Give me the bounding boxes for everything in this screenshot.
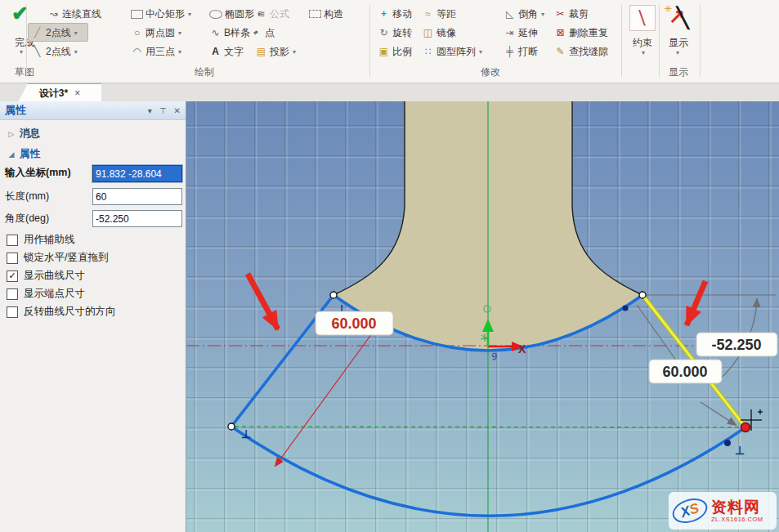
checkbox-lock-hv-drag[interactable]: 锁定水平/竖直拖到 bbox=[0, 251, 186, 265]
collapse-icon[interactable]: ▷ bbox=[7, 130, 16, 138]
tool-2point-circle[interactable]: ○ 两点圆 ▾ bbox=[131, 25, 181, 41]
group-label-modify: 修改 bbox=[441, 65, 539, 79]
dim-label-angle[interactable]: -52.250 bbox=[696, 333, 777, 356]
endpoint-marker[interactable] bbox=[330, 292, 337, 298]
midpoint-marker[interactable] bbox=[724, 440, 731, 446]
tool-scale[interactable]: ▣ 比例 bbox=[378, 43, 412, 60]
caret-icon[interactable]: ▾ bbox=[642, 49, 645, 56]
ribbon-toolbar: ✔ 完成 ▾ 草图 ↝ 连续直线 中心矩形 ▾ 椭圆形 ▾ ≋ 公式 构造 ╱ … bbox=[0, 0, 779, 83]
ellipse-icon bbox=[209, 10, 222, 19]
caret-icon[interactable]: ▾ bbox=[74, 48, 78, 56]
construction-icon bbox=[309, 10, 321, 18]
tool-construction[interactable]: 构造 bbox=[309, 6, 343, 22]
section-messages[interactable]: ▷ 消息 bbox=[0, 127, 186, 141]
document-tab-bar: 设计3* × bbox=[0, 83, 779, 102]
display-button-label[interactable]: 显示 bbox=[662, 34, 695, 51]
expand-icon[interactable]: ◢ bbox=[7, 150, 16, 159]
watermark: XS 资料网 ZL.XS1616.COM bbox=[669, 492, 777, 530]
constraint-button[interactable]: ╲ bbox=[629, 5, 656, 31]
watermark-logo: XS bbox=[669, 494, 710, 527]
endpoint-marker[interactable] bbox=[639, 292, 646, 298]
svg-text:60.000: 60.000 bbox=[662, 364, 707, 380]
trim-icon: ✂ bbox=[554, 8, 566, 20]
checkbox-show-endpoint-dim[interactable]: 显示端点尺寸 bbox=[0, 287, 186, 301]
dim-label-curve-right[interactable]: 60.000 bbox=[649, 360, 722, 383]
checkbox-icon[interactable] bbox=[7, 288, 18, 300]
checkbox-checked-icon[interactable]: ✓ bbox=[7, 270, 18, 282]
section-properties[interactable]: ◢ 属性 bbox=[0, 147, 186, 161]
group-label-draw: 绘制 bbox=[147, 65, 262, 79]
tool-2point-line[interactable]: ╱ 2点线 ▾ bbox=[31, 25, 78, 41]
svg-text:60.000: 60.000 bbox=[331, 315, 376, 332]
tool-trim[interactable]: ✂ 裁剪 bbox=[554, 6, 589, 22]
checkbox-auxiliary-line[interactable]: 用作辅助线 bbox=[0, 233, 186, 247]
caret-icon[interactable]: ▾ bbox=[541, 11, 544, 18]
ribbon-separator bbox=[621, 5, 622, 77]
checkbox-icon[interactable] bbox=[7, 235, 18, 246]
panel-header: 属性 ▾ ⊤ ✕ bbox=[0, 101, 186, 120]
tool-text[interactable]: A 文字 bbox=[209, 43, 244, 60]
bspline-icon: ∿ bbox=[209, 27, 222, 38]
caret-icon[interactable]: ▾ bbox=[188, 11, 191, 18]
midpoint-marker[interactable] bbox=[622, 305, 628, 311]
origin-x-label: X bbox=[518, 342, 526, 355]
coord-input[interactable]: 91.832 -28.604 bbox=[92, 165, 182, 182]
angle-input[interactable]: -52.250 bbox=[92, 210, 182, 227]
tool-move[interactable]: + 移动 bbox=[378, 6, 412, 22]
tool-project[interactable]: ▤ 投影 ▾ bbox=[255, 43, 296, 60]
tool-point[interactable]: • 点 bbox=[250, 25, 275, 41]
find-gap-icon: ✎ bbox=[554, 46, 566, 57]
tool-delete-duplicates[interactable]: ⊠ 删除重复 bbox=[554, 25, 608, 41]
caret-icon[interactable]: ▾ bbox=[479, 48, 482, 56]
caret-icon[interactable]: ▾ bbox=[178, 48, 181, 56]
checkbox-icon[interactable] bbox=[7, 253, 18, 264]
svg-text:-52.250: -52.250 bbox=[711, 337, 761, 353]
scale-icon: ▣ bbox=[378, 46, 390, 57]
chamfer-icon: ◺ bbox=[504, 8, 516, 20]
tool-polyline[interactable]: ↝ 连续直线 bbox=[47, 6, 101, 22]
finish-caret-icon[interactable]: ▾ bbox=[20, 48, 23, 56]
dim-label-curve-left[interactable]: 60.000 bbox=[316, 311, 393, 335]
panel-dropdown-icon[interactable]: ▾ bbox=[148, 106, 152, 115]
panel-pin-icon[interactable]: ⊤ bbox=[159, 106, 167, 115]
endpoint-marker[interactable] bbox=[228, 423, 235, 430]
length-input[interactable]: 60 bbox=[92, 188, 182, 205]
caret-icon[interactable]: ▾ bbox=[676, 49, 679, 56]
tool-center-rect[interactable]: 中心矩形 ▾ bbox=[131, 6, 191, 22]
polyline-icon: ↝ bbox=[47, 8, 60, 20]
perpendicular-icon: ⊥ bbox=[735, 444, 745, 457]
checkbox-reverse-curve-dim[interactable]: 反转曲线尺寸的方向 bbox=[0, 305, 186, 319]
ribbon-separator bbox=[700, 5, 701, 77]
tool-rotate[interactable]: ↻ 旋转 bbox=[378, 25, 412, 41]
ribbon-separator bbox=[369, 5, 370, 77]
group-label-sketch: 草图 bbox=[5, 65, 44, 79]
caret-icon[interactable]: ▾ bbox=[293, 48, 296, 56]
tool-circular-pattern[interactable]: ∷ 圆型阵列 ▾ bbox=[422, 43, 482, 60]
tool-extend[interactable]: ⇥ 延伸 bbox=[504, 25, 538, 41]
constraint-label[interactable]: 约束 bbox=[625, 34, 660, 51]
checkbox-show-curve-dim[interactable]: ✓ 显示曲线尺寸 bbox=[0, 269, 186, 283]
watermark-name: 资料网 bbox=[711, 499, 763, 515]
tool-3point-arc[interactable]: ◠ 用三点 ▾ bbox=[131, 43, 181, 60]
watermark-url: ZL.XS1616.COM bbox=[711, 516, 763, 523]
checkbox-icon[interactable] bbox=[7, 306, 18, 318]
tool-mirror[interactable]: ◫ 镜像 bbox=[422, 25, 456, 41]
tool-chamfer[interactable]: ◺ 倒角 ▾ bbox=[504, 6, 544, 22]
tool-ellipse[interactable]: 椭圆形 ▾ bbox=[209, 6, 261, 22]
caret-icon[interactable]: ▾ bbox=[74, 29, 78, 37]
tab-design3[interactable]: 设计3* × bbox=[18, 83, 101, 102]
2point-line-icon: ╱ bbox=[31, 27, 43, 38]
display-button[interactable]: ✳ ↗ ╲ bbox=[664, 3, 693, 33]
sketch-canvas[interactable]: X 9 ⊥ ⊥ ⊥ 60.000 -52.250 60.000 bbox=[186, 101, 779, 532]
panel-close-icon[interactable]: ✕ bbox=[174, 106, 181, 115]
tool-find-gap[interactable]: ✎ 查找缝隙 bbox=[554, 43, 608, 60]
panel-title: 属性 bbox=[5, 103, 141, 118]
tab-close-icon[interactable]: × bbox=[74, 87, 80, 99]
caret-icon[interactable]: ▾ bbox=[178, 29, 181, 37]
active-endpoint-marker[interactable] bbox=[741, 423, 750, 432]
tool-offset[interactable]: ≈ 等距 bbox=[422, 6, 456, 22]
tool-break[interactable]: ╪ 打断 bbox=[504, 43, 538, 60]
2point-circle-icon: ○ bbox=[131, 27, 143, 38]
2point-line-alt-icon: ╲ bbox=[31, 46, 43, 57]
tool-2point-line-alt[interactable]: ╲ 2点线 ▾ bbox=[31, 43, 78, 60]
